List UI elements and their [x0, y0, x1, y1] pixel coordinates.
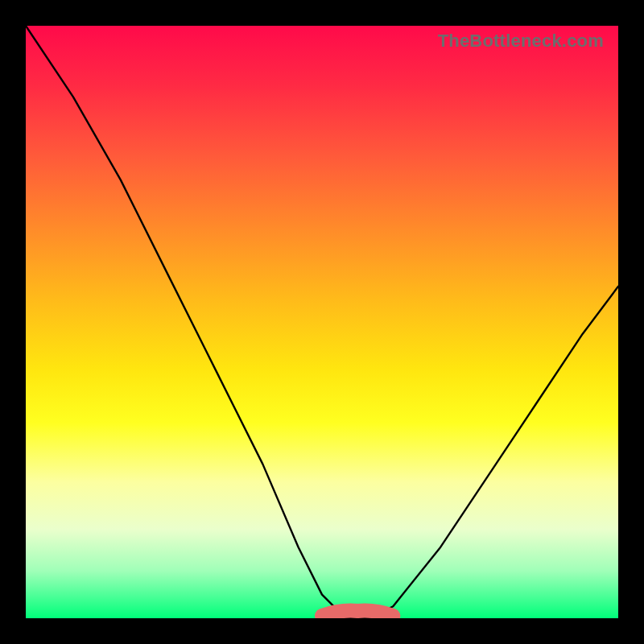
bottleneck-curve-path	[26, 26, 618, 618]
curve-layer	[26, 26, 618, 618]
plot-area: TheBottleneck.com	[26, 26, 618, 618]
highlight-segment	[322, 611, 393, 616]
chart-frame: TheBottleneck.com	[0, 0, 644, 644]
